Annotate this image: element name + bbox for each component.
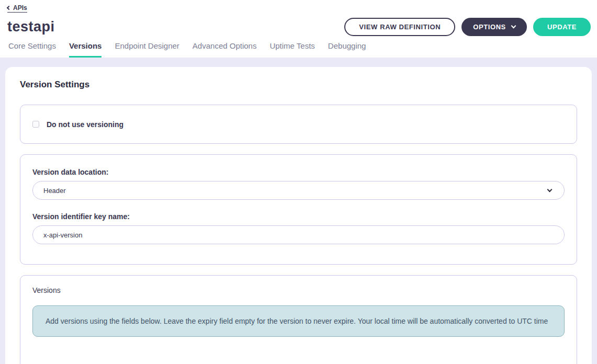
version-settings-panel: Version Settings Do not use versioning V… [5,67,592,364]
tab-debugging[interactable]: Debugging [328,41,366,58]
version-identifier-key-input[interactable] [32,225,565,244]
versioning-toggle-card: Do not use versioning [20,105,577,144]
versions-card: Versions Add versions using the fields b… [20,275,577,364]
title-row: testapi VIEW RAW DEFINITION OPTIONS UPDA… [6,18,591,36]
chevron-left-icon [7,5,11,9]
update-button[interactable]: UPDATE [533,18,591,36]
chevron-down-icon [547,187,553,192]
options-button-label: OPTIONS [473,23,506,31]
do-not-use-versioning-row[interactable]: Do not use versioning [32,120,123,129]
version-data-location-select[interactable]: Header [32,181,565,200]
tab-bar: Core Settings Versions Endpoint Designer… [7,41,366,58]
tab-endpoint-designer[interactable]: Endpoint Designer [115,41,179,58]
page-title: testapi [7,19,55,35]
options-button[interactable]: OPTIONS [461,18,527,36]
do-not-use-versioning-checkbox[interactable] [32,121,39,128]
versions-info-banner: Add versions using the fields below. Lea… [32,305,565,337]
chevron-down-icon [511,24,516,29]
breadcrumb-apis-link[interactable]: APIs [7,4,27,13]
tab-uptime-tests[interactable]: Uptime Tests [269,41,314,58]
header-actions: VIEW RAW DEFINITION OPTIONS UPDATE [344,18,591,36]
view-raw-definition-button[interactable]: VIEW RAW DEFINITION [344,18,455,36]
versions-card-title: Versions [32,286,565,294]
version-config-card: Version data location: Header Version id… [20,154,577,265]
tab-advanced-options[interactable]: Advanced Options [193,41,257,58]
header: APIs testapi VIEW RAW DEFINITION OPTIONS… [0,0,597,58]
tab-versions[interactable]: Versions [69,41,102,58]
main-area: Version Settings Do not use versioning V… [0,58,597,364]
breadcrumb-label: APIs [13,4,27,12]
tab-core-settings[interactable]: Core Settings [8,41,56,58]
version-data-location-value: Header [43,187,66,195]
section-title: Version Settings [20,79,577,90]
version-data-location-label: Version data location: [32,168,565,176]
version-identifier-key-label: Version identifier key name: [32,212,565,221]
do-not-use-versioning-label: Do not use versioning [47,120,123,129]
